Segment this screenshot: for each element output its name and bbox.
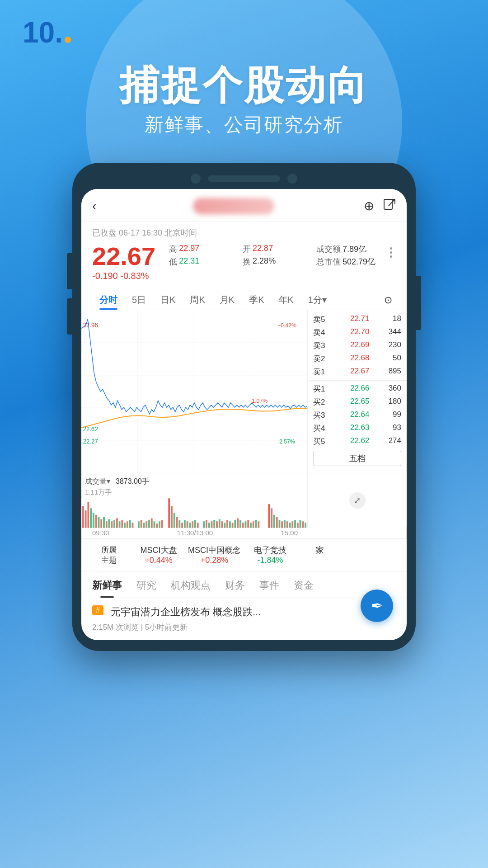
expand-icon[interactable]: ⤢ (349, 492, 366, 509)
buy5-price: 22.62 (343, 436, 370, 447)
share-button[interactable] (383, 198, 396, 214)
phone-screen: ‹ ⊕ 已收盘 06-17 16:30 北京时间 (81, 189, 407, 640)
theme-home[interactable]: 家 (300, 545, 340, 566)
sell4-vol: 344 (379, 327, 401, 338)
svg-rect-52 (187, 521, 188, 528)
tab-research[interactable]: 研究 (136, 579, 156, 598)
stock-name-blurred (193, 198, 274, 214)
svg-rect-22 (100, 519, 102, 528)
svg-rect-71 (239, 520, 241, 528)
tab-weekk[interactable]: 周K (183, 290, 212, 310)
svg-rect-16 (85, 510, 87, 528)
svg-rect-41 (154, 521, 155, 528)
svg-rect-69 (234, 520, 236, 528)
wudang-button[interactable]: 五档 (313, 451, 401, 466)
theme-msci-china[interactable]: MSCI中国概念 +0.28% (188, 545, 241, 566)
tab-seasonk[interactable]: 季K (242, 290, 271, 310)
buy4-vol: 93 (379, 423, 401, 434)
svg-rect-19 (93, 513, 94, 528)
target-icon[interactable]: ⊙ (384, 294, 392, 306)
sell-5-row: 卖5 22.71 18 (308, 313, 407, 326)
tab-news[interactable]: 新鲜事 (92, 579, 122, 598)
tab-funds[interactable]: 资金 (294, 579, 314, 598)
svg-text:1.07%: 1.07% (252, 398, 267, 404)
logo-dot (65, 37, 71, 43)
high-label: 高 (169, 244, 177, 255)
svg-rect-61 (213, 520, 215, 528)
tab-institution[interactable]: 机构观点 (171, 579, 211, 598)
svg-rect-50 (181, 523, 183, 528)
svg-rect-88 (291, 521, 293, 528)
svg-rect-39 (148, 520, 150, 528)
tab-finance[interactable]: 财务 (225, 579, 245, 598)
sell3-label: 卖3 (313, 340, 333, 351)
svg-rect-70 (237, 519, 239, 528)
svg-rect-90 (297, 523, 299, 528)
theme-esports-change: -1.84% (250, 556, 291, 565)
order-book: 卖5 22.71 18 卖4 22.70 344 卖3 22.69 230 (307, 310, 407, 473)
fab-button[interactable]: ✒ (361, 590, 393, 622)
theme-esports[interactable]: 电子竞技 -1.84% (250, 545, 291, 566)
app-header: ‹ ⊕ (81, 189, 407, 222)
tab-dayk[interactable]: 日K (153, 290, 183, 310)
tab-fenshi[interactable]: 分时 (92, 290, 125, 310)
svg-rect-75 (250, 523, 252, 528)
header-icons: ⊕ (364, 198, 396, 214)
news-item[interactable]: # 元宇宙潜力企业榜发布 概念股跌... 2.15M 次浏览 | 5小时前更新 (81, 598, 407, 640)
svg-rect-74 (247, 520, 249, 528)
search-button[interactable]: ⊕ (364, 198, 374, 214)
theme-main[interactable]: 所属 主题 (89, 545, 129, 566)
svg-rect-80 (271, 508, 272, 528)
buy5-label: 买5 (313, 436, 333, 447)
svg-rect-23 (103, 517, 105, 528)
svg-rect-62 (216, 521, 218, 528)
svg-rect-18 (90, 508, 92, 528)
svg-rect-28 (116, 519, 118, 528)
svg-text:+0.42%: +0.42% (277, 322, 296, 329)
svg-rect-53 (189, 523, 191, 528)
theme-msci-big-change: +0.44% (138, 556, 179, 565)
volume-up-btn[interactable] (67, 253, 72, 289)
svg-rect-65 (224, 523, 225, 528)
tab-yeark[interactable]: 年K (272, 290, 301, 310)
back-button[interactable]: ‹ (92, 199, 96, 213)
news-title: 元宇宙潜力企业榜发布 概念股跌... (111, 605, 261, 619)
tab-5day[interactable]: 5日 (125, 290, 153, 310)
svg-rect-73 (245, 521, 247, 528)
low-label: 低 (169, 256, 177, 267)
power-btn[interactable] (416, 276, 421, 330)
stock-status: 已收盘 06-17 16:30 北京时间 (81, 222, 407, 240)
volume-down-btn[interactable] (67, 298, 72, 335)
svg-rect-17 (87, 502, 89, 528)
svg-rect-57 (203, 521, 205, 528)
svg-rect-26 (111, 521, 113, 528)
sell1-label: 卖1 (313, 367, 333, 377)
buy-4-row: 买4 22.63 93 (308, 422, 407, 435)
svg-rect-92 (302, 521, 304, 528)
volume-dropdown[interactable]: 成交量▾ (85, 477, 110, 486)
svg-rect-81 (273, 515, 275, 528)
open-label: 开 (243, 244, 251, 255)
svg-rect-32 (127, 521, 128, 528)
open-item: 开 22.87 (243, 244, 313, 255)
high-value: 22.97 (179, 244, 199, 255)
theme-msci-big-name: MSCI大盘 (138, 545, 179, 556)
svg-rect-37 (143, 523, 145, 528)
open-value: 22.87 (253, 244, 273, 255)
amount-item: 成交额 7.89亿 (316, 244, 386, 255)
tab-events[interactable]: 事件 (259, 579, 279, 598)
svg-rect-42 (156, 524, 158, 528)
sell-3-row: 卖3 22.69 230 (308, 339, 407, 352)
theme-msci-big[interactable]: MSCI大盘 +0.44% (138, 545, 179, 566)
tab-1min[interactable]: 1分▾ (301, 290, 334, 310)
low-value: 22.31 (179, 256, 199, 267)
price-chart: 22.96 22.62 22.27 +0.42% -2.57% 1.07% (81, 310, 307, 473)
svg-rect-55 (194, 520, 196, 528)
svg-rect-78 (258, 521, 259, 528)
more-button[interactable] (386, 244, 396, 261)
svg-rect-82 (276, 517, 278, 528)
tab-monthk[interactable]: 月K (212, 290, 242, 310)
svg-rect-20 (95, 515, 97, 528)
svg-rect-0 (384, 199, 392, 209)
header-title-area (103, 198, 364, 214)
